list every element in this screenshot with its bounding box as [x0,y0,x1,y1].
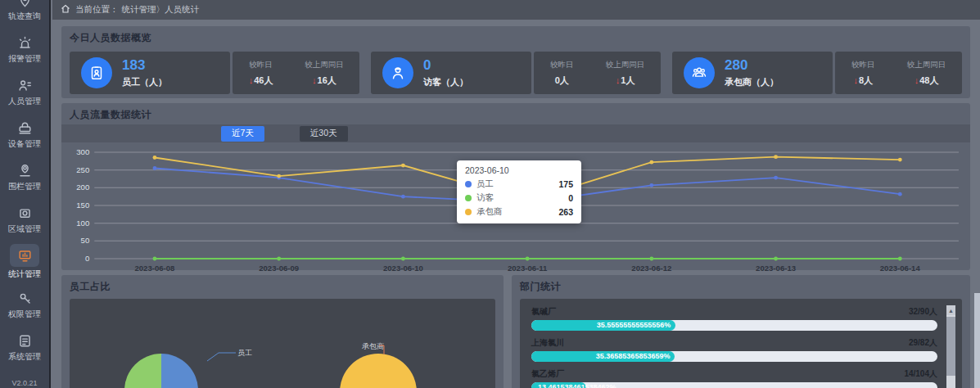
compare-value: ↓46人 [249,74,273,87]
sidebar-item-人员管理[interactable]: 人员管理 [0,70,50,113]
department-name: 氯碱厂 [531,306,556,318]
sidebar-item-label: 系统管理 [8,351,41,363]
flow-title: 人员流量数据统计 [70,108,962,122]
series-dot [465,181,472,187]
compare-column: 较上周同日 ↓1人 [606,60,645,87]
svg-text:150: 150 [76,201,89,210]
stat-compare: 较昨日 ↓8人 较上周同日 ↓48人 [835,52,962,94]
svg-text:2023-06-08: 2023-06-08 [134,264,174,273]
stat-label: 员工（人） [122,76,167,88]
down-arrow-icon: ↓ [853,75,858,85]
svg-text:2023-06-12: 2023-06-12 [631,264,671,273]
compare-value: ↓16人 [305,74,344,87]
department-count: 29/82人 [909,337,937,349]
pie-title: 员工占比 [70,280,495,294]
pie-charts: 员工承包商 [70,299,495,388]
down-arrow-icon: ↓ [312,75,317,85]
svg-text:0: 0 [85,254,89,263]
down-arrow-icon: ↓ [249,75,254,85]
series-dot [465,209,472,215]
chart-tooltip: 2023-06-10 员工175访客0承包商263 [457,160,581,223]
department-percent: 13.461538461538462% [538,383,616,388]
dept-title: 部门统计 [520,280,962,294]
sidebar-item-围栏管理[interactable]: 围栏管理 [0,156,50,198]
employee-badge-icon [81,57,112,88]
department-bar: 35.55555555555556% [531,320,937,331]
breadcrumb-prefix: 当前位置： [75,4,119,16]
sidebar-item-系统管理[interactable]: 系统管理 [0,326,50,368]
app-version: V2.0.21 [0,379,49,387]
breadcrumb-path[interactable]: 统计管理〉人员统计 [122,4,200,16]
compare-column: 较上周同日 ↓48人 [907,60,946,87]
contractor-icon [684,57,715,88]
sidebar-item-label: 设备管理 [8,138,41,150]
tab-近30天[interactable]: 近30天 [300,126,348,142]
svg-text:2023-06-13: 2023-06-13 [756,264,796,273]
sidebar-item-label: 人员管理 [8,96,41,107]
sidebar-item-label: 统计管理 [8,268,41,280]
personnel-icon [16,76,34,94]
svg-text:2023-06-09: 2023-06-09 [259,264,299,273]
breadcrumb-bar: 当前位置： 统计管理〉人员统计 [52,0,980,20]
dept-scrollbar[interactable]: ▲ [946,305,955,388]
overview-title: 今日人员数据概览 [70,31,962,45]
alarm-icon [16,34,34,52]
stat-value: 280 [725,57,779,74]
stat-compare: 较昨日 0人 较上周同日 ↓1人 [534,52,661,94]
svg-text:200: 200 [76,183,89,192]
region-icon [16,204,34,222]
track-icon [16,0,34,9]
sidebar-item-轨迹查询[interactable]: 轨迹查询 [0,0,50,28]
svg-text:300: 300 [76,147,89,156]
system-icon [16,332,34,350]
department-count: 14/104人 [904,368,937,380]
svg-text:250: 250 [76,165,89,174]
tab-近7天[interactable]: 近7天 [221,126,264,142]
department-count: 32/90人 [909,306,937,318]
sidebar-item-权限管理[interactable]: 权限管理 [0,283,50,326]
scrollbar-thumb[interactable] [946,317,955,376]
sidebar-item-label: 权限管理 [8,309,41,320]
sidebar-item-label: 报警管理 [8,53,41,65]
svg-text:50: 50 [81,236,90,245]
permission-icon [16,289,34,307]
statistics-icon [10,244,39,267]
employee-ratio-panel: 员工占比 员工承包商 [61,275,504,388]
stat-card: 280 承包商（人） 较昨日 ↓8人 较上周同日 ↓48人 [672,52,962,94]
sidebar-item-设备管理[interactable]: 设备管理 [0,113,50,156]
main-content: 今日人员数据概览 183 员工（人） 较昨日 ↓46人 较上周同日 ↓16人 0… [52,20,980,388]
compare-label: 较上周同日 [606,60,645,70]
stat-cards: 183 员工（人） 较昨日 ↓46人 较上周同日 ↓16人 0 访客（人） 较昨… [70,52,962,94]
sidebar-item-label: 围栏管理 [8,181,41,192]
stat-value: 183 [122,57,167,74]
compare-column: 较昨日 ↓46人 [249,60,273,87]
sidebar-item-统计管理[interactable]: 统计管理 [0,241,50,283]
stat-card: 0 访客（人） 较昨日 0人 较上周同日 ↓1人 [371,52,661,94]
stat-card: 183 员工（人） 较昨日 ↓46人 较上周同日 ↓16人 [70,52,359,94]
stat-compare: 较昨日 ↓46人 较上周同日 ↓16人 [233,52,359,94]
department-row: 氯乙烯厂 14/104人 13.461538461538462% [531,368,937,388]
compare-value: ↓8人 [851,74,875,87]
flow-panel: 人员流量数据统计 近7天近30天 0501001502002503002023-… [61,103,970,270]
department-row: 上海氯川 29/82人 35.36585365853659% [531,337,937,362]
page-scrollbar[interactable] [974,293,980,388]
compare-column: 较昨日 ↓8人 [851,60,875,87]
svg-text:2023-06-11: 2023-06-11 [508,264,548,273]
compare-column: 较昨日 0人 [550,60,574,87]
department-panel: 部门统计 氯碱厂 32/90人 35.55555555555556% 上海氯川 … [512,275,970,388]
sidebar-item-区域管理[interactable]: 区域管理 [0,198,50,241]
svg-text:2023-06-10: 2023-06-10 [383,264,423,273]
device-icon [16,119,34,137]
sidebar-item-报警管理[interactable]: 报警管理 [0,28,50,70]
svg-text:100: 100 [76,219,89,228]
tooltip-date: 2023-06-10 [465,165,573,175]
department-row: 氯碱厂 32/90人 35.55555555555556% [531,306,937,331]
compare-value: 0人 [550,74,574,87]
scroll-up-icon[interactable]: ▲ [946,305,955,315]
department-bar: 13.461538461538462% [531,382,937,388]
compare-label: 较昨日 [249,60,273,70]
compare-label: 较昨日 [851,60,875,70]
overview-panel: 今日人员数据概览 183 员工（人） 较昨日 ↓46人 较上周同日 ↓16人 0… [61,26,970,98]
fence-icon [16,161,34,179]
department-bar: 35.36585365853659% [531,351,937,362]
